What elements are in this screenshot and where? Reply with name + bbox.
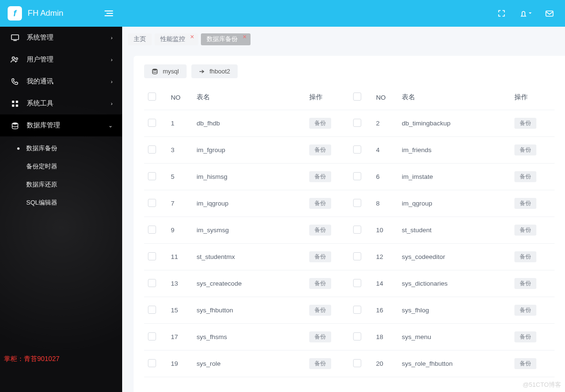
- panel: mysql fhboot2 NO 表名 操作 1 db_fhdb 备份 3 im…: [134, 56, 565, 392]
- svg-rect-9: [16, 101, 18, 103]
- backup-button[interactable]: 备份: [514, 305, 536, 316]
- row-tablename: sys_fhsms: [193, 324, 305, 351]
- table-row: 15 sys_fhbutton 备份: [144, 297, 349, 324]
- row-checkbox[interactable]: [148, 359, 156, 367]
- backup-button[interactable]: 备份: [309, 358, 331, 369]
- row-checkbox[interactable]: [353, 359, 361, 367]
- row-checkbox[interactable]: [148, 145, 156, 154]
- row-no: 13: [167, 270, 193, 297]
- table-row: 16 sys_fhlog 备份: [349, 297, 555, 324]
- backup-button[interactable]: 备份: [514, 198, 536, 209]
- backup-button[interactable]: 备份: [309, 251, 331, 262]
- svg-point-12: [12, 122, 18, 124]
- tab-1[interactable]: 性能监控✕: [155, 33, 198, 45]
- row-checkbox[interactable]: [353, 199, 361, 207]
- row-checkbox[interactable]: [148, 199, 156, 207]
- blog-watermark: @51CTO博客: [523, 381, 561, 389]
- backup-button[interactable]: 备份: [514, 278, 536, 289]
- row-no: 7: [167, 190, 193, 217]
- backup-button[interactable]: 备份: [514, 144, 536, 155]
- row-tablename: sys_codeeditor: [398, 244, 511, 270]
- row-checkbox[interactable]: [353, 119, 361, 127]
- sidebar-item-2[interactable]: 我的通讯 ›: [0, 71, 122, 93]
- backup-button[interactable]: 备份: [309, 144, 331, 155]
- backup-button[interactable]: 备份: [309, 305, 331, 316]
- schema-pill[interactable]: fhboot2: [191, 64, 238, 78]
- db-pill[interactable]: mysql: [144, 64, 187, 78]
- row-no: 19: [167, 351, 193, 377]
- backup-button[interactable]: 备份: [514, 358, 536, 369]
- row-no: 11: [167, 244, 193, 270]
- row-checkbox[interactable]: [148, 332, 156, 340]
- table-row: 1 db_fhdb 备份: [144, 110, 349, 137]
- row-tablename: im_friends: [398, 137, 511, 164]
- subnav-item-2[interactable]: 数据库还原: [0, 175, 122, 194]
- backup-button[interactable]: 备份: [514, 118, 536, 129]
- row-checkbox[interactable]: [353, 306, 361, 314]
- table-row: 12 sys_codeeditor 备份: [349, 244, 555, 270]
- backup-button[interactable]: 备份: [309, 331, 331, 342]
- subnav-item-label: 数据库还原: [26, 180, 57, 189]
- select-all-checkbox[interactable]: [148, 93, 156, 101]
- tab-0[interactable]: 主页: [128, 33, 152, 45]
- subnav-item-0[interactable]: 数据库备份: [0, 139, 122, 157]
- topbar: f FH Admin: [0, 0, 565, 27]
- row-tablename: sys_createcode: [193, 270, 305, 297]
- backup-button[interactable]: 备份: [309, 278, 331, 289]
- row-checkbox[interactable]: [148, 119, 156, 127]
- sidebar-item-1[interactable]: 用户管理 ›: [0, 49, 122, 71]
- row-checkbox[interactable]: [353, 252, 361, 260]
- row-no: 12: [372, 244, 398, 270]
- nav-icon-2: [10, 78, 20, 85]
- col-no: NO: [372, 85, 398, 110]
- backup-button[interactable]: 备份: [309, 171, 331, 182]
- select-all-checkbox[interactable]: [353, 93, 361, 101]
- backup-button[interactable]: 备份: [514, 331, 536, 342]
- sidebar-item-3[interactable]: 系统工具 ›: [0, 93, 122, 114]
- table-left: NO 表名 操作 1 db_fhdb 备份 3 im_fgroup 备份 5 i…: [144, 85, 349, 377]
- row-no: 14: [372, 270, 398, 297]
- backup-button[interactable]: 备份: [514, 225, 536, 236]
- row-checkbox[interactable]: [148, 279, 156, 287]
- logo-badge[interactable]: f: [8, 6, 22, 21]
- backup-button[interactable]: 备份: [514, 251, 536, 262]
- row-checkbox[interactable]: [148, 306, 156, 314]
- tab-2[interactable]: 数据库备份✕: [201, 33, 251, 45]
- row-no: 10: [372, 217, 398, 244]
- row-checkbox[interactable]: [353, 279, 361, 287]
- table-row: 17 sys_fhsms 备份: [144, 324, 349, 351]
- close-icon[interactable]: ✕: [190, 34, 194, 40]
- subnav-item-1[interactable]: 备份定时器: [0, 157, 122, 175]
- close-icon[interactable]: ✕: [242, 34, 247, 40]
- backup-button[interactable]: 备份: [309, 198, 331, 209]
- row-checkbox[interactable]: [148, 172, 156, 180]
- row-tablename: im_qgroup: [398, 190, 511, 217]
- sidebar-item-0[interactable]: 系统管理 ›: [0, 27, 122, 49]
- nav-icon-0: [10, 34, 20, 41]
- table-row: 8 im_qgroup 备份: [349, 190, 555, 217]
- backup-button[interactable]: 备份: [309, 225, 331, 236]
- row-checkbox[interactable]: [353, 332, 361, 340]
- backup-button[interactable]: 备份: [514, 171, 536, 182]
- fullscreen-icon[interactable]: [498, 10, 505, 17]
- row-checkbox[interactable]: [148, 252, 156, 260]
- chevron-right-icon: ›: [111, 79, 113, 84]
- table-row: 10 st_student 备份: [349, 217, 555, 244]
- subnav-item-3[interactable]: SQL编辑器: [0, 194, 122, 212]
- nav-icon-3: [10, 100, 20, 107]
- col-name: 表名: [398, 85, 511, 110]
- backup-button[interactable]: 备份: [309, 118, 331, 129]
- sidebar: 系统管理 › 用户管理 › 我的通讯 › 系统工具 › 数据库管理 ⌄ 数据库备…: [0, 27, 122, 392]
- row-no: 9: [167, 217, 193, 244]
- sidebar-toggle-icon[interactable]: [104, 10, 114, 17]
- row-no: 16: [372, 297, 398, 324]
- row-checkbox[interactable]: [353, 145, 361, 154]
- svg-rect-8: [12, 101, 14, 103]
- svg-point-7: [16, 58, 18, 60]
- row-checkbox[interactable]: [353, 226, 361, 234]
- notification-icon[interactable]: [519, 10, 532, 17]
- row-checkbox[interactable]: [148, 226, 156, 234]
- row-checkbox[interactable]: [353, 172, 361, 180]
- mail-icon[interactable]: [545, 10, 554, 17]
- sidebar-item-4[interactable]: 数据库管理 ⌄: [0, 114, 122, 136]
